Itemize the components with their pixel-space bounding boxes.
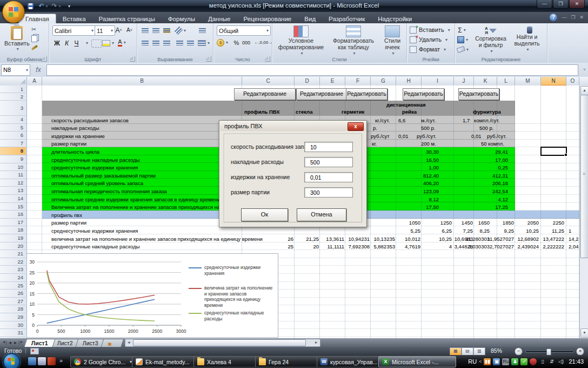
column-header-H[interactable]: H [396, 77, 422, 85]
embedded-chart[interactable]: 051015202530050010001500200025003000 сре… [16, 253, 278, 338]
column-header-E[interactable]: E [320, 77, 345, 85]
shrink-font-icon[interactable]: А˅ [125, 25, 134, 35]
format-cells-button[interactable]: Формат▾ [410, 45, 446, 54]
column-header-D[interactable]: D [295, 77, 320, 85]
row-header-23[interactable]: 23 [0, 266, 26, 274]
zoom-level[interactable]: 85% [491, 347, 502, 354]
taskbar-button-4[interactable]: Wкурсовая_Управ... [317, 356, 380, 367]
clear-button[interactable]: ▾ [457, 45, 469, 54]
cancel-button[interactable]: Отмена [297, 208, 346, 221]
scroll-up-icon[interactable]: ▲ [580, 86, 588, 95]
row-header-25[interactable]: 25 [0, 282, 26, 290]
app-tray-icon[interactable]: ▣ [493, 358, 500, 365]
column-header-N[interactable]: N [541, 77, 566, 86]
ribbon-tab-3[interactable]: Формулы [162, 14, 202, 23]
cell-styles-button[interactable]: Стили ячеек▾ [379, 25, 405, 57]
ribbon-tab-1[interactable]: Вставка [56, 14, 92, 23]
selected-cell-n8[interactable] [540, 147, 567, 156]
page-layout-view-icon[interactable]: ▤ [462, 347, 473, 356]
row-header-18[interactable]: 18 [0, 226, 26, 234]
expand-formula-bar-icon[interactable]: ˅ [583, 67, 586, 72]
delete-cells-button[interactable]: Удалить▾ [410, 35, 447, 44]
autosum-button[interactable]: Σ▾ [457, 25, 466, 35]
row-header-2[interactable]: 2 [0, 93, 26, 101]
network-tray-icon[interactable]: ⇵ [548, 358, 555, 365]
column-header-C[interactable]: C [242, 77, 295, 85]
scroll-left-icon[interactable]: ◄ [127, 340, 131, 344]
row-header-26[interactable]: 26 [0, 290, 26, 298]
row-header-19[interactable]: 19 [0, 234, 26, 242]
workbook-minimize-icon[interactable]: — [562, 15, 566, 20]
ribbon-tab-7[interactable]: Разработчик [322, 14, 371, 23]
merge-center-icon[interactable]: ▾ [198, 38, 210, 48]
align-middle-icon[interactable] [151, 26, 161, 35]
quick-launch-book-icon[interactable] [48, 357, 56, 365]
formula-input[interactable] [46, 64, 578, 76]
number-format-select[interactable]: Общий▾ [217, 25, 271, 36]
zoom-slider[interactable] [525, 350, 574, 353]
format-painter-icon[interactable] [31, 45, 38, 50]
ok-button[interactable]: Ок [241, 208, 288, 221]
row-header-29[interactable]: 29 [0, 313, 26, 321]
row-header-15[interactable]: 15 [0, 203, 26, 211]
column-header-K[interactable]: K [474, 77, 497, 85]
volume-tray-icon[interactable]: ◁) [557, 358, 564, 365]
row-header-27[interactable]: 27 [0, 298, 26, 306]
row-header-16[interactable]: 16 [0, 211, 26, 219]
column-header-I[interactable]: I [422, 77, 454, 85]
row-header-1[interactable]: 1 [0, 86, 26, 93]
sheet-nav-arrows[interactable]: ⯇|◄ ►|⯈ [0, 338, 25, 347]
cut-icon[interactable]: ✂ [31, 27, 40, 33]
font-size-select[interactable]: 11▾ [95, 25, 115, 36]
format-as-table-button[interactable]: Форматировать как таблицу▾ [329, 25, 378, 57]
fill-button[interactable]: ↓▾ [457, 35, 468, 44]
page-break-view-icon[interactable]: ▥ [473, 347, 485, 356]
column-header-L[interactable]: L [497, 77, 515, 85]
horizontal-scroll-thumb[interactable] [133, 339, 306, 346]
grow-font-icon[interactable]: А˄ [114, 25, 123, 35]
agent-tray-icon[interactable]: ♟ [511, 358, 518, 365]
insert-sheet-tab[interactable]: ▣ [101, 339, 124, 347]
column-header-F[interactable]: F [345, 77, 371, 85]
normal-view-icon[interactable]: ▦ [450, 347, 462, 356]
align-center-icon[interactable] [151, 38, 161, 48]
find-select-button[interactable]: Найти и выделить▾ [510, 27, 544, 53]
edit-button-2[interactable]: Редактирование [296, 88, 347, 100]
insert-cells-button[interactable]: Вставить▾ [410, 25, 450, 34]
align-top-icon[interactable] [141, 26, 150, 35]
insert-function-icon[interactable]: fx [30, 66, 46, 74]
italic-button[interactable]: К [62, 38, 71, 48]
ribbon-tab-6[interactable]: Вид [298, 14, 322, 23]
align-bottom-icon[interactable] [162, 26, 171, 35]
ribbon-tab-2[interactable]: Разметка страницы [92, 14, 162, 23]
borders-icon[interactable] [91, 40, 102, 48]
workbook-close-icon[interactable]: ✕ [579, 15, 584, 20]
column-header-G[interactable]: G [371, 77, 396, 85]
ribbon-tab-8[interactable]: Надстройки [371, 14, 418, 23]
macro-record-icon[interactable] [30, 348, 39, 354]
row-header-20[interactable]: 20 [0, 242, 26, 251]
taskbar-button-3[interactable]: Гера 24 [255, 356, 319, 367]
vertical-scroll-thumb[interactable] [580, 95, 588, 258]
edit-button-3[interactable]: Редактировать [346, 88, 387, 100]
underline-button[interactable]: Ч [72, 38, 81, 48]
show-desktop-icon[interactable] [28, 357, 36, 365]
font-name-select[interactable]: Calibri▾ [52, 25, 96, 36]
dialog-field-input-3[interactable] [304, 187, 353, 198]
edit-button-1[interactable]: Редактирование [234, 88, 296, 100]
scroll-down-icon[interactable]: ▼ [580, 328, 588, 338]
font-color-icon[interactable]: А▾ [117, 38, 126, 47]
language-indicator[interactable]: RU [468, 358, 477, 365]
workbook-restore-icon[interactable]: ❐ [571, 15, 575, 20]
fill-color-icon[interactable]: ▾ [102, 38, 114, 48]
edit-button-5[interactable]: Редактировать [458, 88, 499, 100]
dialog-close-icon[interactable]: x [348, 122, 364, 131]
increase-indent-icon[interactable] [186, 38, 195, 48]
dialog-field-input-1[interactable] [304, 157, 353, 167]
dialog-title[interactable]: профиль ПВХ [220, 121, 366, 131]
row-header-24[interactable]: 24 [0, 274, 26, 282]
paste-button[interactable]: Вставить▾ [4, 26, 30, 51]
device-tray-icon[interactable]: ▯ [539, 358, 546, 365]
decrease-decimal-icon[interactable]: ,00→ [262, 38, 272, 47]
lang-tray-icon[interactable]: Ru [502, 358, 509, 365]
